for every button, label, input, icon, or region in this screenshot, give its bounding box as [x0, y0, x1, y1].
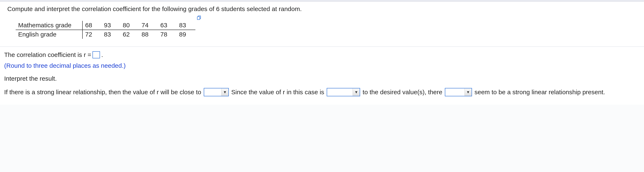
row-label: Mathematics grade	[16, 21, 82, 30]
dropdown-there[interactable]: ▼	[445, 88, 472, 96]
coefficient-suffix: .	[101, 51, 103, 58]
cell: 62	[120, 30, 139, 39]
copy-icon[interactable]	[197, 14, 202, 22]
grades-table: Mathematics grade 68 93 80 74 63 83 Engl…	[16, 21, 196, 39]
dropdown-case-is[interactable]: ▼	[327, 88, 360, 96]
sentence-part-3: to the desired value(s), there	[362, 89, 442, 96]
data-table-wrap: Mathematics grade 68 93 80 74 63 83 Engl…	[16, 21, 196, 39]
question-section: Compute and interpret the correlation co…	[0, 2, 644, 47]
answer-section: The correlation coefficient is r = . (Ro…	[0, 47, 644, 105]
table-row: Mathematics grade 68 93 80 74 63 83	[16, 21, 195, 30]
dropdown-close-to[interactable]: ▼	[204, 88, 229, 96]
cell: 89	[176, 30, 195, 39]
top-bar	[0, 0, 644, 2]
sentence-part-1: If there is a strong linear relationship…	[4, 89, 201, 96]
svg-rect-1	[197, 17, 200, 20]
question-prompt: Compute and interpret the correlation co…	[7, 5, 637, 12]
chevron-down-icon: ▼	[352, 88, 360, 96]
table-row: English grade 72 83 62 88 78 89	[16, 30, 195, 39]
cell: 93	[101, 21, 120, 30]
cell: 72	[82, 30, 101, 39]
interpretation-sentence: If there is a strong linear relationship…	[4, 88, 640, 96]
sentence-part-4: seem to be a strong linear relationship …	[474, 89, 605, 96]
cell: 83	[101, 30, 120, 39]
chevron-down-icon: ▼	[464, 88, 472, 96]
sentence-part-2: Since the value of r in this case is	[231, 89, 324, 96]
cell: 80	[120, 21, 139, 30]
cell: 74	[139, 21, 158, 30]
coefficient-line: The correlation coefficient is r = .	[4, 51, 640, 58]
row-label: English grade	[16, 30, 82, 39]
coefficient-input[interactable]	[92, 51, 100, 58]
cell: 63	[158, 21, 176, 30]
cell: 78	[158, 30, 176, 39]
content-area: Compute and interpret the correlation co…	[0, 2, 644, 105]
rounding-hint: (Round to three decimal places as needed…	[4, 62, 640, 69]
chevron-down-icon: ▼	[221, 88, 228, 96]
cell: 83	[176, 21, 195, 30]
interpret-label: Interpret the result.	[4, 75, 640, 82]
cell: 88	[139, 30, 158, 39]
cell: 68	[82, 21, 101, 30]
coefficient-prefix: The correlation coefficient is r =	[4, 51, 91, 58]
